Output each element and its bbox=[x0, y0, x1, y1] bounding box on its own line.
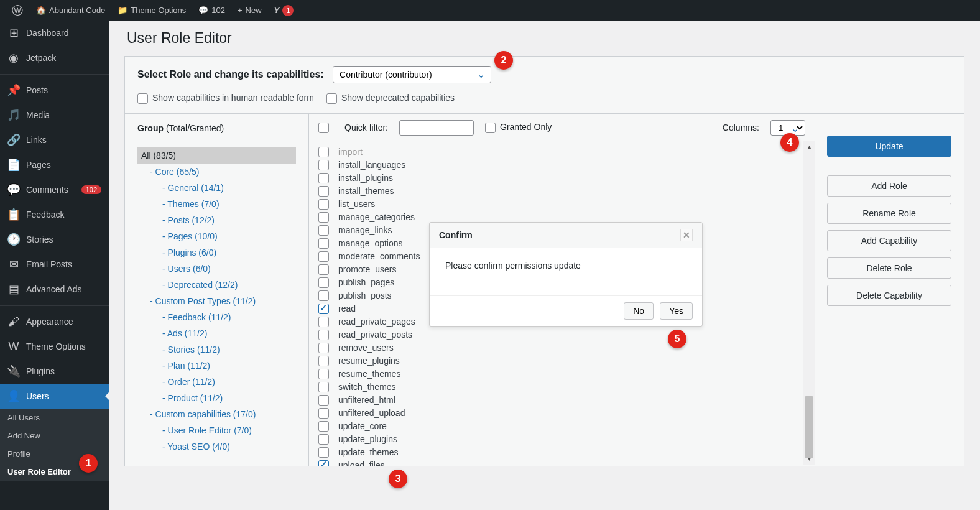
add-role-button[interactable]: Add Role bbox=[827, 175, 951, 197]
capability-label[interactable]: switch_themes bbox=[338, 382, 396, 392]
group-item[interactable]: - Core (65/5) bbox=[137, 164, 296, 180]
capability-checkbox[interactable] bbox=[318, 447, 329, 458]
menu-item-email-posts[interactable]: ✉Email Posts bbox=[0, 252, 109, 277]
quick-filter-input[interactable] bbox=[399, 120, 474, 136]
capability-label[interactable]: unfiltered_upload bbox=[338, 408, 405, 418]
group-item[interactable]: - Users (6/0) bbox=[137, 261, 296, 277]
capability-label[interactable]: publish_posts bbox=[338, 290, 392, 300]
menu-item-dashboard[interactable]: ⊞Dashboard bbox=[0, 21, 109, 45]
scroll-up-icon[interactable]: ▴ bbox=[803, 141, 815, 152]
dialog-no-button[interactable]: No bbox=[624, 302, 654, 320]
menu-item-users[interactable]: 👤Users bbox=[0, 384, 109, 409]
theme-options-item[interactable]: 📁Theme Options bbox=[111, 0, 192, 21]
capability-label[interactable]: manage_links bbox=[338, 225, 392, 235]
capability-label[interactable]: update_core bbox=[338, 421, 387, 431]
capability-checkbox[interactable] bbox=[318, 434, 329, 445]
update-button[interactable]: Update bbox=[827, 136, 951, 157]
submenu-item-add-new[interactable]: Add New bbox=[0, 427, 109, 445]
capability-checkbox[interactable] bbox=[318, 382, 329, 392]
capability-checkbox[interactable] bbox=[318, 212, 329, 223]
capability-label[interactable]: remove_users bbox=[338, 343, 394, 353]
granted-only-option[interactable]: Granted Only bbox=[485, 122, 552, 133]
capability-checkbox[interactable] bbox=[318, 317, 329, 327]
group-item[interactable]: - Plan (11/2) bbox=[137, 358, 296, 374]
capability-checkbox[interactable] bbox=[318, 199, 329, 210]
capability-label[interactable]: install_languages bbox=[338, 160, 405, 170]
capability-checkbox[interactable] bbox=[318, 160, 329, 170]
capability-label[interactable]: resume_themes bbox=[338, 369, 400, 379]
capability-checkbox[interactable] bbox=[318, 147, 329, 157]
capability-label[interactable]: update_plugins bbox=[338, 434, 397, 444]
menu-item-posts[interactable]: 📌Posts bbox=[0, 78, 109, 103]
capability-checkbox[interactable] bbox=[318, 186, 329, 197]
human-readable-checkbox[interactable] bbox=[137, 93, 148, 104]
capability-label[interactable]: update_themes bbox=[338, 447, 399, 457]
group-item[interactable]: - User Role Editor (7/0) bbox=[137, 422, 296, 438]
group-item[interactable]: - Stories (11/2) bbox=[137, 341, 296, 358]
dialog-yes-button[interactable]: Yes bbox=[660, 302, 693, 320]
capability-checkbox[interactable] bbox=[318, 369, 329, 379]
capability-label[interactable]: read_private_posts bbox=[338, 330, 412, 340]
comments-item[interactable]: 💬102 bbox=[192, 0, 231, 21]
capability-checkbox[interactable] bbox=[318, 238, 329, 249]
delete-capability-button[interactable]: Delete Capability bbox=[827, 285, 951, 306]
wp-logo[interactable]: ⓦ bbox=[5, 0, 30, 21]
menu-item-theme-options[interactable]: WTheme Options bbox=[0, 334, 109, 359]
rename-role-button[interactable]: Rename Role bbox=[827, 203, 951, 224]
capability-checkbox[interactable] bbox=[318, 330, 329, 340]
capability-checkbox[interactable] bbox=[318, 251, 329, 262]
scroll-thumb[interactable] bbox=[805, 396, 813, 458]
group-item[interactable]: - Plugins (6/0) bbox=[137, 244, 296, 261]
capability-label[interactable]: upload_files bbox=[338, 460, 385, 466]
capability-label[interactable]: resume_plugins bbox=[338, 356, 400, 366]
capability-label[interactable]: moderate_comments bbox=[338, 251, 420, 261]
group-item[interactable]: All (83/5) bbox=[137, 147, 296, 164]
menu-item-plugins[interactable]: 🔌Plugins bbox=[0, 359, 109, 384]
menu-item-advanced-ads[interactable]: ▤Advanced Ads bbox=[0, 277, 109, 302]
menu-item-comments[interactable]: 💬Comments102 bbox=[0, 177, 109, 202]
capability-checkbox[interactable] bbox=[318, 343, 329, 353]
capability-label[interactable]: promote_users bbox=[338, 264, 396, 274]
group-item[interactable]: - Custom capabilities (17/0) bbox=[137, 406, 296, 422]
group-item[interactable]: - Ads (11/2) bbox=[137, 325, 296, 341]
capability-label[interactable]: manage_options bbox=[338, 238, 403, 248]
capability-checkbox[interactable] bbox=[318, 408, 329, 419]
capability-checkbox[interactable] bbox=[318, 304, 329, 314]
group-item[interactable]: - Pages (10/0) bbox=[137, 228, 296, 244]
capability-label[interactable]: import bbox=[338, 147, 363, 157]
capability-checkbox[interactable] bbox=[318, 460, 329, 466]
group-item[interactable]: - General (14/1) bbox=[137, 180, 296, 196]
deprecated-option[interactable]: Show deprecated capabilities bbox=[326, 93, 455, 104]
select-all-checkbox[interactable] bbox=[318, 123, 329, 133]
granted-only-checkbox[interactable] bbox=[485, 123, 496, 133]
menu-item-feedback[interactable]: 📋Feedback bbox=[0, 202, 109, 227]
submenu-item-all-users[interactable]: All Users bbox=[0, 409, 109, 427]
capability-checkbox[interactable] bbox=[318, 395, 329, 406]
menu-item-links[interactable]: 🔗Links bbox=[0, 128, 109, 152]
capability-label[interactable]: manage_categories bbox=[338, 212, 415, 222]
menu-item-jetpack[interactable]: ◉Jetpack bbox=[0, 45, 109, 70]
site-name-item[interactable]: 🏠Abundant Code bbox=[30, 0, 111, 21]
capability-checkbox[interactable] bbox=[318, 264, 329, 275]
group-item[interactable]: - Deprecated (12/2) bbox=[137, 277, 296, 293]
menu-item-stories[interactable]: 🕐Stories bbox=[0, 227, 109, 252]
scrollbar[interactable]: ▴ ▾ bbox=[803, 141, 815, 465]
group-item[interactable]: - Feedback (11/2) bbox=[137, 309, 296, 325]
group-item[interactable]: - Product (11/2) bbox=[137, 390, 296, 406]
capability-label[interactable]: read bbox=[338, 304, 356, 313]
new-item[interactable]: +New bbox=[231, 0, 268, 21]
deprecated-checkbox[interactable] bbox=[326, 93, 337, 104]
menu-item-media[interactable]: 🎵Media bbox=[0, 103, 109, 128]
capability-checkbox[interactable] bbox=[318, 277, 329, 288]
group-item[interactable]: - Order (11/2) bbox=[137, 374, 296, 390]
menu-item-appearance[interactable]: 🖌Appearance bbox=[0, 309, 109, 334]
human-readable-option[interactable]: Show capabilities in human readable form bbox=[137, 93, 314, 104]
capability-checkbox[interactable] bbox=[318, 173, 329, 183]
dialog-close-button[interactable]: ✕ bbox=[680, 229, 693, 241]
scroll-down-icon[interactable]: ▾ bbox=[803, 453, 815, 465]
group-item[interactable]: - Themes (7/0) bbox=[137, 196, 296, 212]
menu-item-pages[interactable]: 📄Pages bbox=[0, 152, 109, 177]
capability-label[interactable]: install_plugins bbox=[338, 173, 393, 183]
capability-label[interactable]: list_users bbox=[338, 199, 375, 209]
group-item[interactable]: - Custom Post Types (11/2) bbox=[137, 293, 296, 309]
